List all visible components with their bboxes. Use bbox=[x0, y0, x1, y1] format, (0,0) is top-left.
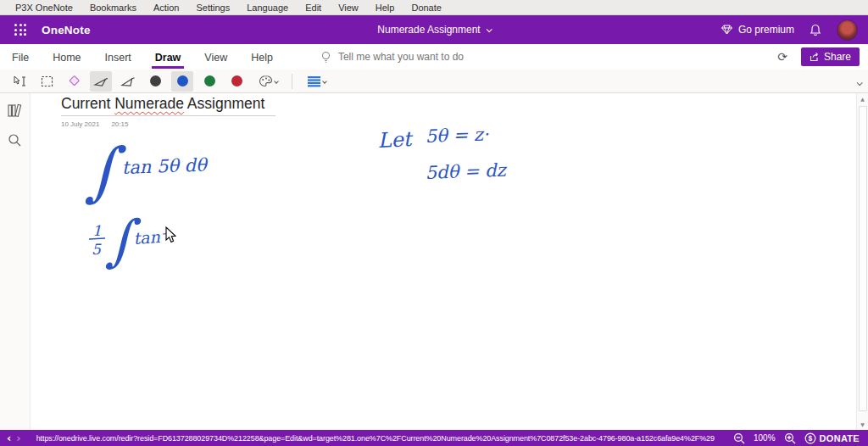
document-title-dropdown[interactable]: Numerade Assignment bbox=[377, 24, 490, 36]
donate-label: DONATE bbox=[820, 433, 860, 443]
zoom-level: 100% bbox=[754, 433, 776, 443]
ink-let-word: Let bbox=[377, 127, 415, 153]
tell-me-search[interactable]: Tell me what you want to do bbox=[320, 51, 464, 64]
notebooks-library-icon[interactable] bbox=[7, 103, 23, 118]
ink-fraction-bar bbox=[89, 238, 105, 239]
bottom-status-bar: ‹ › https://onedrive.live.com/redir?resi… bbox=[0, 430, 868, 446]
green-color-dot bbox=[204, 75, 215, 86]
share-label: Share bbox=[824, 51, 851, 63]
black-color-dot bbox=[150, 75, 161, 86]
thickness-dropdown[interactable] bbox=[301, 71, 331, 92]
app-header: OneNote Numerade Assignment Go premium bbox=[0, 15, 868, 44]
ink-integrand-2: tan⁻ bbox=[133, 226, 171, 248]
ribbon-tab-bar: File Home Insert Draw View Help Tell me … bbox=[0, 44, 868, 70]
sync-icon[interactable]: ⟳ bbox=[777, 50, 787, 64]
menu-item-edit[interactable]: Edit bbox=[297, 3, 330, 13]
search-icon[interactable] bbox=[8, 133, 22, 148]
menu-item-p3x-onenote[interactable]: P3X OneNote bbox=[7, 3, 81, 13]
menu-item-help[interactable]: Help bbox=[367, 3, 403, 13]
palette-icon bbox=[259, 75, 273, 87]
content-area: Current Numerade Assignment 10 July 2021… bbox=[0, 93, 868, 430]
color-black[interactable] bbox=[144, 71, 166, 92]
tab-help[interactable]: Help bbox=[239, 45, 285, 69]
current-url: https://onedrive.live.com/redir?resid=FD… bbox=[36, 434, 728, 443]
ink-fraction-denominator: 5 bbox=[92, 241, 102, 258]
scrollbar-thumb[interactable] bbox=[859, 106, 867, 411]
toolbar-divider bbox=[292, 74, 292, 89]
tab-view[interactable]: View bbox=[192, 45, 239, 69]
pen-tool-2[interactable] bbox=[117, 71, 139, 92]
zoom-in-icon[interactable] bbox=[784, 432, 796, 444]
line-thickness-icon bbox=[307, 75, 321, 87]
marquee-select-icon bbox=[41, 75, 53, 87]
tab-insert[interactable]: Insert bbox=[93, 45, 143, 69]
collapse-ribbon-button[interactable] bbox=[854, 72, 865, 91]
vertical-scrollbar[interactable]: ▲ ▼ bbox=[856, 93, 868, 430]
cursor-text-icon bbox=[13, 75, 27, 87]
more-colors-dropdown[interactable] bbox=[253, 71, 283, 92]
go-premium-label: Go premium bbox=[738, 24, 794, 36]
page-canvas[interactable]: Current Numerade Assignment 10 July 2021… bbox=[31, 93, 856, 430]
blue-color-dot bbox=[177, 75, 188, 86]
document-title: Numerade Assignment bbox=[377, 24, 480, 36]
zoom-out-icon[interactable] bbox=[733, 432, 745, 444]
chevron-down-icon bbox=[322, 79, 327, 84]
share-icon bbox=[810, 52, 820, 62]
red-color-dot bbox=[231, 75, 242, 86]
ink-integrand-1: tan 5θ dθ bbox=[121, 154, 209, 178]
back-button[interactable]: ‹ bbox=[7, 432, 11, 443]
menu-item-action[interactable]: Action bbox=[145, 3, 188, 13]
draw-toolbar bbox=[0, 70, 868, 93]
eraser-icon bbox=[67, 75, 81, 87]
chevron-down-icon bbox=[486, 26, 492, 32]
highlighter-nib-icon bbox=[120, 75, 136, 87]
ink-substitution-1: 5θ = z· bbox=[425, 124, 489, 147]
left-sidebar bbox=[0, 93, 31, 430]
lasso-select-tool[interactable] bbox=[36, 71, 58, 92]
chevron-down-icon bbox=[274, 79, 279, 84]
menu-item-language[interactable]: Language bbox=[238, 3, 297, 13]
go-premium-button[interactable]: Go premium bbox=[721, 24, 794, 36]
scroll-down-button[interactable]: ▼ bbox=[857, 419, 868, 430]
app-menu-bar: P3X OneNote Bookmarks Action Settings La… bbox=[0, 0, 868, 15]
tell-me-label: Tell me what you want to do bbox=[338, 51, 464, 63]
eraser-tool[interactable] bbox=[63, 71, 85, 92]
ink-fraction-numerator: 1 bbox=[92, 222, 102, 239]
donate-coin-icon: $ bbox=[804, 432, 816, 444]
app-name[interactable]: OneNote bbox=[42, 24, 91, 36]
menu-item-view[interactable]: View bbox=[330, 3, 367, 13]
menu-item-donate[interactable]: Donate bbox=[403, 3, 449, 13]
chevron-down-icon bbox=[857, 80, 863, 86]
color-green[interactable] bbox=[198, 71, 220, 92]
menu-item-bookmarks[interactable]: Bookmarks bbox=[81, 3, 145, 13]
scroll-up-button[interactable]: ▲ bbox=[857, 93, 868, 104]
user-avatar[interactable] bbox=[837, 20, 858, 41]
pen-tool-1[interactable] bbox=[90, 71, 112, 92]
diamond-icon bbox=[721, 25, 732, 35]
app-launcher-icon[interactable] bbox=[11, 20, 30, 39]
select-type-tool[interactable] bbox=[8, 71, 31, 92]
menu-item-settings[interactable]: Settings bbox=[187, 3, 238, 13]
pen-nib-icon bbox=[93, 75, 108, 87]
ink-substitution-2: 5dθ = dz bbox=[425, 160, 508, 183]
tab-file[interactable]: File bbox=[0, 45, 41, 69]
svg-text:$: $ bbox=[808, 434, 812, 443]
lightbulb-icon bbox=[320, 51, 331, 64]
tab-draw[interactable]: Draw bbox=[143, 45, 193, 69]
color-red[interactable] bbox=[225, 71, 248, 92]
share-button[interactable]: Share bbox=[801, 47, 860, 66]
ink-strokes-layer: ∫ tan 5θ dθ 1 5 ∫ tan⁻ Let 5θ = z· 5dθ =… bbox=[31, 93, 855, 430]
tab-home[interactable]: Home bbox=[41, 45, 92, 69]
notifications-bell-icon[interactable] bbox=[810, 24, 821, 36]
color-blue[interactable] bbox=[171, 71, 193, 92]
donate-button[interactable]: $ DONATE bbox=[804, 432, 860, 444]
forward-button[interactable]: › bbox=[16, 432, 20, 443]
